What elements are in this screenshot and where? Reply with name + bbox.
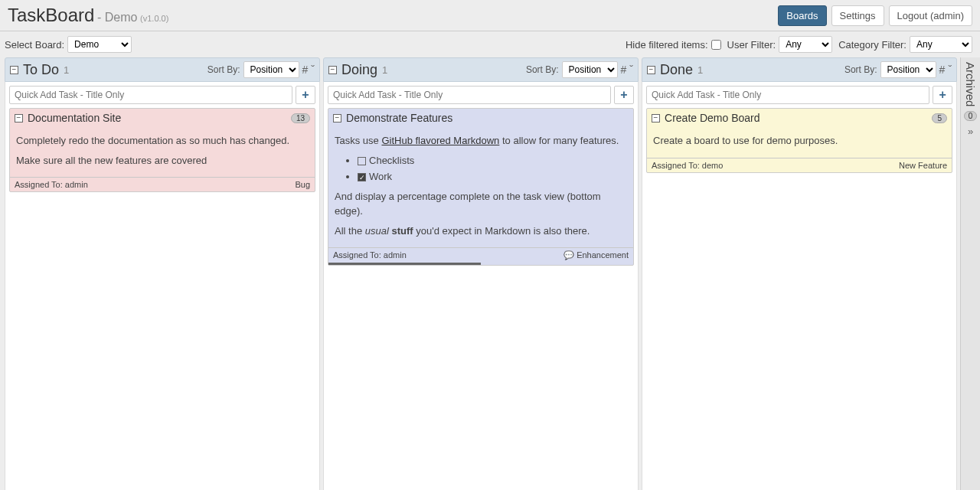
column-header-done: − Done 1 Sort By: Position # ˇ (642, 57, 957, 82)
archived-label: Archived (964, 62, 977, 106)
hash-icon[interactable]: # (302, 64, 309, 76)
collapse-icon[interactable]: − (10, 66, 18, 74)
board-area: − To Do 1 Sort By: Position # ˇ + − Doc (0, 57, 980, 490)
column-header-doing: − Doing 1 Sort By: Position # ˇ (323, 57, 639, 82)
card-body: Completely redo the documentation as so … (10, 127, 315, 177)
progress-bar (328, 263, 481, 265)
card-title: Create Demo Board (665, 112, 760, 124)
collapse-icon[interactable]: − (652, 114, 660, 122)
app-name: TaskBoard (8, 5, 94, 25)
hash-icon[interactable]: # (939, 64, 946, 76)
settings-button[interactable]: Settings (831, 5, 884, 26)
chevron-down-icon[interactable]: ˇ (948, 64, 952, 76)
category-filter-select[interactable]: Any (910, 36, 972, 53)
column-done: − Done 1 Sort By: Position # ˇ + − Crea (642, 57, 957, 490)
chevron-down-icon[interactable]: ˇ (311, 64, 315, 76)
collapse-icon[interactable]: − (15, 114, 23, 122)
user-filter-label: User Filter: (727, 39, 776, 51)
collapse-icon[interactable]: − (333, 114, 341, 122)
card-body: Tasks use GitHub flavored Markdown to al… (328, 127, 633, 247)
logout-button[interactable]: Logout (admin) (889, 5, 972, 26)
card-demonstrate[interactable]: − Demonstrate Features Tasks use GitHub … (328, 108, 634, 266)
quickadd-button[interactable]: + (933, 86, 952, 104)
quickadd-input[interactable] (646, 86, 929, 104)
quickadd-button[interactable]: + (296, 86, 315, 104)
gfm-link[interactable]: GitHub flavored Markdown (381, 135, 499, 146)
column-body-todo: + − Documentation Site 13 Completely red… (5, 82, 320, 490)
column-title: Doing (341, 62, 377, 78)
column-count: 1 (64, 64, 69, 76)
card-title: Demonstrate Features (346, 112, 452, 124)
comment-icon: 💬 (564, 250, 574, 260)
checkbox-icon[interactable] (358, 157, 366, 165)
checklist-item: Checklists (358, 153, 627, 168)
column-doing: − Doing 1 Sort By: Position # ˇ + − Dem (323, 57, 639, 490)
sort-label: Sort By: (844, 64, 877, 75)
points-badge: 13 (291, 113, 310, 123)
card-title: Documentation Site (28, 112, 121, 124)
category-label: 💬Enhancement (564, 250, 629, 260)
chevron-down-icon[interactable]: ˇ (629, 64, 633, 76)
sort-select[interactable]: Position (243, 61, 299, 78)
archived-rail[interactable]: Archived 0 » (960, 57, 980, 490)
assigned-to: Assigned To: admin (333, 250, 407, 260)
sort-select[interactable]: Position (562, 61, 618, 78)
user-filter-select[interactable]: Any (779, 36, 832, 53)
column-count: 1 (382, 64, 387, 76)
category-filter-label: Category Filter: (838, 39, 906, 51)
board-selector: Select Board: Demo (5, 36, 132, 53)
sort-label: Sort By: (526, 64, 559, 75)
column-count: 1 (697, 64, 703, 76)
column-header-todo: − To Do 1 Sort By: Position # ˇ (5, 57, 320, 82)
header-actions: Boards Settings Logout (admin) (778, 5, 972, 26)
card-create-demo[interactable]: − Create Demo Board 5 Create a board to … (646, 108, 952, 173)
card-documentation[interactable]: − Documentation Site 13 Completely redo … (9, 108, 315, 192)
assigned-to: Assigned To: demo (652, 161, 723, 170)
points-badge: 5 (932, 113, 947, 123)
archived-count: 0 (964, 111, 978, 121)
checkbox-checked-icon[interactable] (358, 173, 366, 181)
quickadd-button[interactable]: + (614, 86, 634, 104)
app-version: (v1.0.0) (140, 14, 168, 23)
card-body: Create a board to use for demo purposes. (647, 127, 952, 158)
column-body-done: + − Create Demo Board 5 Create a board t… (642, 82, 957, 490)
hash-icon[interactable]: # (621, 64, 627, 76)
category-label: New Feature (899, 161, 947, 170)
category-label: Bug (295, 180, 310, 189)
column-body-doing: + − Demonstrate Features Tasks use GitHu… (323, 82, 639, 490)
expand-archived-icon[interactable]: » (968, 126, 973, 137)
filters-right: Hide filtered items: User Filter: Any Ca… (626, 36, 972, 53)
collapse-icon[interactable]: − (328, 66, 337, 74)
column-title: To Do (23, 62, 59, 78)
column-title: Done (660, 62, 693, 78)
sort-select[interactable]: Position (880, 61, 936, 78)
hide-filtered-label: Hide filtered items: (626, 39, 708, 51)
app-header: TaskBoard - Demo (v1.0.0) Boards Setting… (0, 0, 980, 31)
column-todo: − To Do 1 Sort By: Position # ˇ + − Doc (5, 57, 320, 490)
collapse-icon[interactable]: − (647, 66, 655, 74)
quickadd-input[interactable] (328, 86, 611, 104)
hide-filtered-checkbox[interactable] (711, 40, 721, 50)
app-subtitle: - Demo (97, 11, 137, 24)
checklist-item: Work (358, 169, 627, 185)
quickadd-input[interactable] (9, 86, 292, 104)
filter-bar: Select Board: Demo Hide filtered items: … (0, 31, 980, 57)
board-select[interactable]: Demo (67, 36, 132, 53)
select-board-label: Select Board: (5, 39, 64, 51)
sort-label: Sort By: (207, 64, 240, 75)
boards-button[interactable]: Boards (778, 5, 826, 26)
app-title-block: TaskBoard - Demo (v1.0.0) (8, 5, 168, 26)
assigned-to: Assigned To: admin (15, 180, 88, 189)
